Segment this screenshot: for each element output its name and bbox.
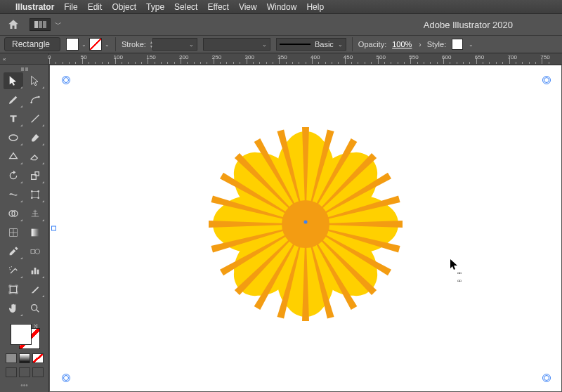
fill-color-box[interactable] [11,324,32,345]
swap-fill-stroke-icon[interactable]: ⤭ [33,322,39,329]
scale-tool[interactable] [25,167,45,184]
draw-mode-normal-icon[interactable] [6,367,17,377]
menu-window[interactable]: Window [267,2,297,12]
svg-rect-22 [10,286,16,292]
svg-point-0 [30,102,32,104]
draw-mode-behind-icon[interactable] [19,367,30,377]
rotate-tool[interactable] [4,167,23,184]
selection-tool[interactable] [4,72,23,89]
stroke-weight-field[interactable]: ⌄ [152,38,197,51]
menu-edit[interactable]: Edit [88,2,103,12]
rotate-handle-bl[interactable] [61,373,70,381]
direct-selection-tool[interactable] [25,72,45,89]
hand-tool[interactable] [4,300,23,317]
pen-tool[interactable] [4,91,23,108]
menu-select[interactable]: Select [174,2,197,12]
arrange-chevron-icon[interactable]: ﹀ [55,20,62,30]
paintbrush-tool[interactable] [25,129,45,146]
opacity-label[interactable]: Opacity: [358,40,386,48]
svg-point-15 [35,249,40,254]
svg-point-6 [31,190,33,192]
fill-chevron-icon[interactable]: ⌄ [81,41,86,48]
ellipse-tool[interactable] [4,129,23,146]
var-width-profile[interactable]: ⌄ [203,38,270,51]
shaper-tool[interactable] [4,148,23,165]
transform-badge-icon: ▫▫▫▫ [457,269,461,285]
home-icon[interactable] [7,18,20,31]
style-chevron-icon[interactable]: ⌄ [469,41,473,48]
stroke-label[interactable]: Stroke: [122,40,146,48]
options-bar: Rectangle ⌄ ⌄ Stroke: ▴▾ ⌄ ⌄ Basic⌄ Opac… [0,35,562,53]
svg-rect-5 [32,191,38,197]
canvas[interactable]: ▫▫▫▫ [50,65,561,391]
mac-menu-bar: Illustrator File Edit Object Type Select… [0,0,562,14]
zoom-tool[interactable] [25,300,45,317]
flower-artwork[interactable] [200,119,411,329]
fill-stroke-control[interactable]: ⤭ [9,322,40,349]
svg-rect-14 [31,249,34,253]
graphic-style-swatch[interactable] [452,39,463,50]
menu-effect[interactable]: Effect [207,2,228,12]
draw-none-icon[interactable] [32,353,44,363]
cursor-icon: ▫▫▫▫ [450,259,464,276]
rotate-handle-br[interactable] [542,373,550,381]
line-tool[interactable] [25,110,45,127]
gradient-tool[interactable] [25,224,45,241]
shape-builder-tool[interactable] [4,205,23,222]
selection-center-icon [304,220,308,223]
draw-mode-inside-icon[interactable] [32,367,44,377]
free-transform-tool[interactable] [25,186,45,203]
svg-point-1 [38,96,40,98]
svg-point-24 [282,200,329,248]
column-graph-tool[interactable] [25,262,45,279]
fill-swatch[interactable] [66,38,79,51]
toolbox-collapse-icon[interactable] [21,67,28,71]
slice-tool[interactable] [25,281,45,298]
eraser-tool[interactable] [25,148,45,165]
style-label: Style: [427,40,447,48]
opacity-chevron-icon[interactable]: › [419,41,421,48]
horizontal-ruler[interactable]: « 05010015020025030035040045050055060065… [0,53,562,65]
opacity-value[interactable]: 100% [392,40,412,48]
svg-point-16 [9,267,10,268]
svg-point-8 [31,197,33,199]
ruler-corner[interactable]: « [0,53,49,65]
type-tool[interactable] [4,110,23,127]
menu-app[interactable]: Illustrator [15,2,54,12]
width-tool[interactable] [4,186,23,203]
menu-type[interactable]: Type [146,2,164,12]
divider [115,37,116,51]
rotate-handle-tl[interactable] [61,75,70,84]
curvature-tool[interactable] [25,91,45,108]
svg-rect-21 [37,270,39,275]
symbol-sprayer-tool[interactable] [4,262,23,279]
perspective-grid-tool[interactable] [25,205,45,222]
mesh-tool[interactable] [4,224,23,241]
menu-view[interactable]: View [239,2,257,12]
resize-handle-l[interactable] [51,226,56,231]
svg-point-7 [37,190,39,192]
artboard-tool[interactable] [4,281,23,298]
draw-normal-icon[interactable] [6,353,17,363]
brush-label: Basic [315,40,334,48]
blend-tool[interactable] [25,243,45,260]
svg-point-18 [10,269,11,270]
divider [352,37,353,51]
rotate-handle-tr[interactable] [542,75,550,84]
menu-help[interactable]: Help [306,2,324,12]
app-header: ﹀ Adobe Illustrator 2020 [0,14,562,35]
selection-type[interactable]: Rectangle [4,37,60,51]
edit-toolbar-icon[interactable]: ••• [20,381,28,389]
draw-gradient-icon[interactable] [19,353,30,363]
menu-object[interactable]: Object [112,2,136,12]
toolbox: ⤭ ••• [0,65,49,392]
menu-file[interactable]: File [64,2,77,12]
stroke-swatch[interactable] [89,38,102,51]
svg-point-2 [9,135,18,141]
app-title: Adobe Illustrator 2020 [424,20,513,30]
brush-definition[interactable]: Basic⌄ [276,38,346,51]
arrange-documents-icon[interactable] [30,18,51,31]
stroke-chevron-icon[interactable]: ⌄ [105,41,110,48]
svg-point-9 [37,197,39,199]
eyedropper-tool[interactable] [4,243,23,260]
